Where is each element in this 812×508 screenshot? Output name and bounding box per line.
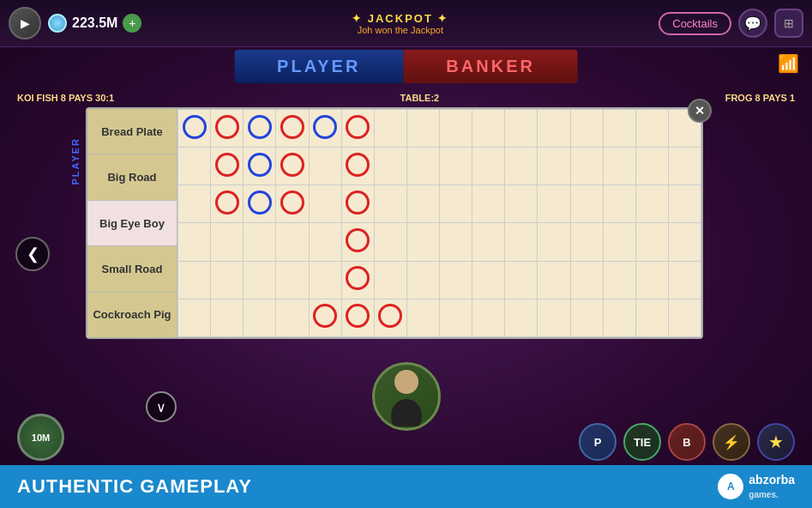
grid-cell — [276, 299, 309, 336]
star-button[interactable]: ★ — [757, 423, 795, 461]
grid-cell — [374, 185, 406, 223]
grid-cell — [341, 299, 374, 336]
grid-cell — [472, 261, 505, 299]
grid-cell — [244, 110, 276, 148]
player-bet-button[interactable]: P — [579, 423, 617, 461]
grid-cell — [406, 223, 439, 261]
grid-cell — [276, 223, 309, 261]
top-bar: ▶ 223.5M + ✦ JACKPOT ✦ Joh won the Jackp… — [0, 0, 812, 47]
add-coins-button[interactable]: + — [123, 14, 141, 33]
grid-cell — [538, 148, 570, 185]
grid-cell — [570, 110, 603, 148]
grid-cell — [309, 223, 341, 261]
grid-cell — [244, 223, 276, 261]
grid-cell — [374, 148, 406, 185]
svg-point-2 — [398, 373, 415, 390]
grid-cell — [178, 185, 211, 223]
tie-bet-button[interactable]: TIE — [623, 423, 661, 461]
grid-cell — [440, 185, 472, 223]
grid-cell — [178, 261, 211, 299]
banker-btn-label: B — [683, 436, 690, 449]
road-label-big-eye-boy[interactable]: Big Eye Boy — [87, 201, 177, 246]
grid-cell — [472, 148, 505, 185]
grid-cell — [341, 110, 374, 148]
abzorba-text: abzorba games. — [749, 473, 795, 500]
grid-cell — [406, 299, 439, 336]
stats-bar: KOI FISH 8 PAYS 30:1 TABLE:2 FROG 8 PAYS… — [0, 93, 812, 103]
close-scoreboard-button[interactable]: ✕ — [688, 99, 712, 123]
jackpot-title: ✦ JACKPOT ✦ — [352, 12, 448, 25]
grid-cell — [668, 299, 701, 336]
grid-cell — [570, 223, 603, 261]
grid-cell — [211, 185, 244, 223]
grid-cell — [374, 299, 406, 336]
grid-cell — [276, 148, 309, 185]
chips-area: 10M — [17, 414, 64, 461]
player-avatar — [372, 362, 441, 431]
grid-cell — [211, 110, 244, 148]
road-label-bread-plate[interactable]: Bread Plate — [87, 109, 177, 154]
grid-cell — [570, 185, 603, 223]
play-button[interactable]: ▶ — [9, 7, 41, 39]
grid-cell — [341, 223, 374, 261]
bead-plate-table — [177, 109, 701, 337]
grid-cell — [603, 299, 635, 336]
grid-cell — [505, 148, 538, 185]
grid-cell — [211, 299, 244, 336]
grid-cell — [440, 110, 472, 148]
grid-cell — [635, 299, 668, 336]
chip-10m[interactable]: 10M — [17, 414, 64, 461]
grid-cell — [244, 148, 276, 185]
grid-cell — [635, 185, 668, 223]
player-label: PLAYER — [234, 50, 403, 83]
grid-cell — [668, 223, 701, 261]
left-arrow-icon: ❮ — [27, 245, 39, 263]
grid-cell — [276, 185, 309, 223]
grid-cell — [309, 148, 341, 185]
grid-button[interactable]: ⊞ — [774, 9, 803, 38]
grid-cell — [505, 261, 538, 299]
grid-cell — [603, 148, 635, 185]
grid-cell — [309, 261, 341, 299]
chat-button[interactable]: 💬 — [738, 9, 767, 38]
grid-cell — [472, 110, 505, 148]
grid-cell — [570, 148, 603, 185]
grid-cell — [374, 261, 406, 299]
grid-cell — [472, 223, 505, 261]
down-arrow-icon: ∨ — [156, 399, 166, 415]
banker-bet-button[interactable]: B — [668, 423, 706, 461]
grid-cell — [570, 299, 603, 336]
grid-cell — [341, 185, 374, 223]
grid-cell — [538, 299, 570, 336]
grid-cell — [635, 148, 668, 185]
grid-cell — [570, 261, 603, 299]
grid-cell — [505, 223, 538, 261]
grid-cell — [309, 185, 341, 223]
stats-center: TABLE:2 — [400, 93, 440, 103]
grid-cell — [505, 185, 538, 223]
road-label-small-road[interactable]: Small Road — [87, 246, 177, 292]
grid-cell — [603, 185, 635, 223]
grid-cell — [440, 223, 472, 261]
road-label-cockroach-pig[interactable]: Cockroach Pig — [87, 293, 177, 337]
stats-left: KOI FISH 8 PAYS 30:1 — [17, 93, 114, 103]
wifi-icon: 📶 — [778, 53, 799, 74]
grid-cell — [244, 261, 276, 299]
road-label-big-road[interactable]: Big Road — [87, 154, 177, 200]
grid-cell — [668, 185, 701, 223]
cocktails-button[interactable]: Cocktails — [659, 12, 731, 35]
abzorba-logo: A abzorba games. — [718, 473, 795, 500]
grid-cell — [178, 110, 211, 148]
down-arrow-button[interactable]: ∨ — [146, 391, 177, 422]
abzorba-icon: A — [718, 474, 743, 499]
jackpot-area: ✦ JACKPOT ✦ Joh won the Jackpot — [141, 12, 659, 35]
grid-cell — [309, 299, 341, 336]
bottom-bar: AUTHENTIC GAMEPLAY A abzorba games. — [0, 465, 812, 508]
special-button-1[interactable]: ⚡ — [713, 423, 750, 461]
banker-label: BANKER — [403, 50, 578, 83]
grid-cell — [538, 185, 570, 223]
grid-cell — [244, 299, 276, 336]
nav-left-arrow[interactable]: ❮ — [15, 237, 50, 271]
player-btn-label: P — [594, 436, 602, 449]
coin-icon — [48, 14, 67, 33]
